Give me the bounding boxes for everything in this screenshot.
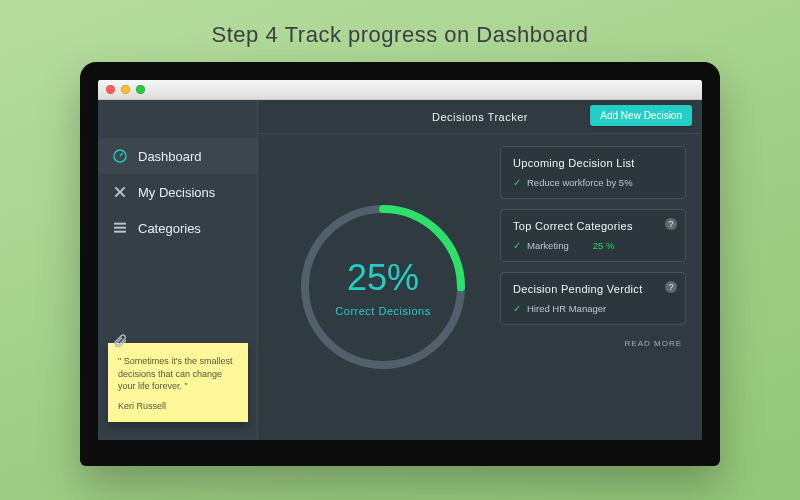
- gauge-caption: Correct Decisions: [335, 305, 430, 317]
- maximize-icon[interactable]: [136, 85, 145, 94]
- progress-gauge: 25% Correct Decisions: [293, 197, 473, 377]
- sidebar-item-categories[interactable]: Categories: [98, 210, 257, 246]
- monitor-frame: Dashboard My Decisions Categories: [80, 62, 720, 466]
- minimize-icon[interactable]: [121, 85, 130, 94]
- read-more-link[interactable]: READ MORE: [625, 339, 686, 348]
- add-new-decision-button[interactable]: Add New Decision: [590, 105, 692, 126]
- close-icon[interactable]: [106, 85, 115, 94]
- panel-title: Upcoming Decision List: [513, 157, 673, 169]
- list-item[interactable]: ✓ Marketing 25 %: [513, 240, 673, 251]
- headline-bold: Track progress on Dashboard: [285, 22, 589, 47]
- panel-title: Decision Pending Verdict: [513, 283, 673, 295]
- panel-pending-verdict: ? Decision Pending Verdict ✓ Hired HR Ma…: [500, 272, 686, 325]
- monitor-bezel: Dashboard My Decisions Categories: [80, 62, 720, 466]
- window-chrome: [98, 80, 702, 100]
- item-label: Marketing: [527, 240, 569, 251]
- app-title: Decisions Tracker: [432, 111, 528, 123]
- help-icon[interactable]: ?: [665, 281, 677, 293]
- content: 25% Correct Decisions Upcoming Decision …: [258, 134, 702, 440]
- gauge-icon: [112, 148, 128, 164]
- sidebar-item-label: Dashboard: [138, 149, 202, 164]
- sidebar: Dashboard My Decisions Categories: [98, 100, 258, 440]
- list-icon: [112, 220, 128, 236]
- item-label: Reduce workforce by 5%: [527, 177, 633, 188]
- page-headline: Step 4 Track progress on Dashboard: [0, 22, 800, 48]
- sidebar-item-dashboard[interactable]: Dashboard: [98, 138, 257, 174]
- gauge-percent: 25%: [347, 257, 419, 299]
- item-label: Hired HR Manager: [527, 303, 606, 314]
- check-icon: ✓: [513, 303, 521, 314]
- check-icon: ✓: [513, 240, 521, 251]
- gauge-wrap: 25% Correct Decisions: [278, 146, 488, 428]
- svg-rect-3: [114, 231, 126, 233]
- svg-rect-1: [114, 223, 126, 225]
- main: Decisions Tracker Add New Decision: [258, 100, 702, 440]
- sidebar-item-my-decisions[interactable]: My Decisions: [98, 174, 257, 210]
- sticky-author: Keri Russell: [118, 400, 238, 412]
- help-icon[interactable]: ?: [665, 218, 677, 230]
- sticky-quote: " Sometimes it's the smallest decisions …: [118, 355, 238, 391]
- svg-rect-2: [114, 227, 126, 229]
- panel-top-categories: ? Top Correct Categories ✓ Marketing 25 …: [500, 209, 686, 262]
- topbar: Decisions Tracker Add New Decision: [258, 100, 702, 134]
- list-item[interactable]: ✓ Hired HR Manager: [513, 303, 673, 314]
- sticky-note: " Sometimes it's the smallest decisions …: [108, 343, 248, 422]
- sidebar-item-label: Categories: [138, 221, 201, 236]
- screen: Dashboard My Decisions Categories: [98, 80, 702, 440]
- paperclip-icon: [112, 333, 128, 352]
- panels: Upcoming Decision List ✓ Reduce workforc…: [488, 146, 686, 428]
- app: Dashboard My Decisions Categories: [98, 100, 702, 440]
- item-percent: 25 %: [593, 240, 615, 251]
- headline-prefix: Step 4: [212, 22, 285, 47]
- panel-upcoming-decisions: Upcoming Decision List ✓ Reduce workforc…: [500, 146, 686, 199]
- sidebar-item-label: My Decisions: [138, 185, 215, 200]
- list-item[interactable]: ✓ Reduce workforce by 5%: [513, 177, 673, 188]
- panel-title: Top Correct Categories: [513, 220, 673, 232]
- cross-icon: [112, 184, 128, 200]
- check-icon: ✓: [513, 177, 521, 188]
